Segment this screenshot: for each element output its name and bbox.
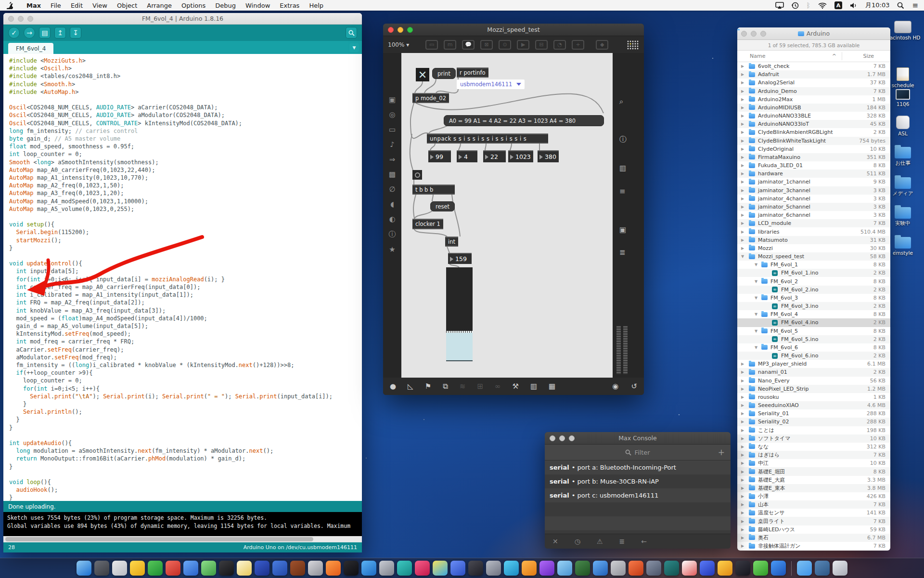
slider-box-icon[interactable]: ⊟: [535, 40, 548, 50]
disclosure-triangle-icon[interactable]: ▶: [740, 519, 745, 524]
new-object-icon[interactable]: ▭: [425, 40, 438, 50]
dock-icon-app[interactable]: [450, 561, 465, 576]
file-name[interactable]: jaminator_5channel: [758, 204, 810, 210]
dock-icon-app[interactable]: [682, 561, 697, 576]
counter-number-box[interactable]: 159: [448, 253, 472, 264]
tab-fm-6vol-4[interactable]: FM_6vol_4: [8, 43, 53, 54]
disclosure-triangle-icon[interactable]: ▶: [740, 213, 745, 217]
file-name[interactable]: hardware: [758, 171, 783, 177]
menu-item-debug[interactable]: Debug: [210, 2, 241, 9]
disclosure-triangle-icon[interactable]: ▶: [740, 370, 745, 374]
dock-icon-app[interactable]: [166, 561, 180, 576]
file-row[interactable]: ∞FM_6vol_2.ino2 KB: [737, 286, 890, 294]
file-name[interactable]: はぎはら: [758, 451, 780, 459]
disclosure-triangle-icon[interactable]: ▶: [740, 72, 745, 77]
file-name[interactable]: Matsumoto: [758, 237, 788, 243]
disclosure-triangle-icon[interactable]: ▶: [740, 139, 745, 143]
file-name[interactable]: ことは: [758, 427, 774, 434]
file-row[interactable]: ▶Mozzi30 KB: [737, 244, 890, 252]
dock-icon-app[interactable]: [646, 561, 661, 576]
disclosure-triangle-icon[interactable]: ▶: [740, 180, 745, 184]
disclosure-triangle-icon[interactable]: ▶: [740, 494, 745, 499]
disclosure-triangle-icon[interactable]: ▶: [740, 197, 745, 201]
console-log-rows[interactable]: serial • port a: Bluetooth-Incoming-Port…: [545, 460, 731, 534]
serial-monitor-button[interactable]: [346, 27, 357, 39]
new-message-icon[interactable]: m: [444, 40, 456, 50]
file-row[interactable]: ▶藤崎LEDハウス59 KB: [737, 525, 890, 534]
file-row[interactable]: ▶Fukuda_3LED_018 KB: [737, 161, 890, 170]
filter-field[interactable]: Filter: [625, 449, 650, 456]
column-divider[interactable]: [842, 52, 842, 60]
disclosure-triangle-icon[interactable]: ▶: [740, 205, 745, 209]
file-row[interactable]: ▶ArduinoNANO33BLE328 KB: [737, 112, 890, 120]
warnings-icon[interactable]: ⚠: [597, 538, 603, 545]
dock-icon-app[interactable]: [148, 561, 163, 576]
paint-icon[interactable]: ◆: [596, 40, 608, 50]
clock-icon[interactable]: ◷: [575, 538, 580, 545]
receive-portinfo-object[interactable]: r portinfo: [457, 67, 488, 78]
file-row[interactable]: ▶Arduino_Demo7 KB: [737, 87, 890, 95]
slider-object[interactable]: [446, 267, 473, 331]
console-log-row[interactable]: serial • port c: usbmodem146111: [545, 488, 731, 502]
disclosure-triangle-icon[interactable]: ▶: [740, 89, 745, 93]
disclosure-triangle-open-icon[interactable]: ▼: [740, 254, 745, 259]
file-row[interactable]: ∞FM_6vol_4.ino2 KB: [737, 318, 890, 327]
file-row[interactable]: ▶6volt_check7 KB: [737, 62, 890, 70]
number-box-a4[interactable]: 380: [538, 150, 559, 162]
file-name[interactable]: LCD_module: [758, 220, 791, 226]
file-name[interactable]: rousoku: [758, 394, 779, 400]
object-icon[interactable]: ▣: [389, 95, 396, 104]
disclosure-triangle-icon[interactable]: ▶: [740, 387, 745, 391]
number-box-a3[interactable]: 1023: [508, 150, 533, 162]
contrast-icon[interactable]: ◐: [389, 215, 395, 223]
file-name[interactable]: なな: [758, 443, 769, 450]
file-name[interactable]: Fukuda_3LED_01: [758, 162, 803, 169]
file-name[interactable]: Mozzi: [758, 245, 773, 251]
disclosure-triangle-icon[interactable]: ▶: [740, 163, 745, 168]
file-name[interactable]: 非接触体温計ガン: [758, 542, 801, 550]
disclosure-triangle-icon[interactable]: ▶: [740, 230, 745, 234]
disclosure-triangle-icon[interactable]: ▶: [740, 544, 745, 548]
note-icon[interactable]: [897, 67, 909, 81]
dock-icon-app[interactable]: [183, 561, 198, 576]
file-name[interactable]: ClydeOriginal: [758, 146, 794, 152]
disclosure-triangle-icon[interactable]: ▶: [740, 246, 745, 250]
trigger-object[interactable]: t b b b: [412, 184, 455, 195]
file-row[interactable]: ▼FM_6vol_48 KB: [737, 310, 890, 318]
audio-note-icon[interactable]: ♪: [390, 140, 395, 149]
fold-icon[interactable]: [895, 177, 911, 189]
disclosure-triangle-icon[interactable]: ▶: [740, 486, 745, 490]
file-name[interactable]: Nano_Every: [758, 378, 789, 384]
int-object[interactable]: int: [445, 236, 458, 247]
file-row[interactable]: ▶温度センサ141 KB: [737, 509, 890, 517]
file-row[interactable]: ▼FM_6vol_38 KB: [737, 294, 890, 302]
file-name[interactable]: Seriality_02: [758, 419, 789, 425]
disclosure-triangle-icon[interactable]: ▶: [740, 64, 745, 68]
presentation-icon[interactable]: ⚑: [425, 382, 431, 391]
file-row[interactable]: ▼FM_6vol_28 KB: [737, 277, 890, 285]
dial-icon[interactable]: ◔: [553, 40, 566, 50]
file-name[interactable]: nanami_01: [758, 369, 787, 375]
sensor-values-message[interactable]: A0 = 99 A1 = 4 A2 = 22 A3 = 1023 A4 = 38…: [444, 115, 604, 126]
disclosure-triangle-open-icon[interactable]: ▼: [754, 345, 758, 350]
serial-port-umenu[interactable]: usbmodem146111: [457, 79, 525, 89]
disclosure-triangle-icon[interactable]: ▶: [740, 428, 745, 433]
file-row[interactable]: ▶jaminator_4channel3 KB: [737, 195, 890, 203]
file-row[interactable]: ▶libraries510.4 MB: [737, 227, 890, 236]
file-name[interactable]: FM_6vol_3.ino: [781, 303, 818, 309]
fold-icon[interactable]: [895, 237, 911, 249]
slider-value-region[interactable]: [446, 333, 473, 360]
file-row[interactable]: ▶ClydeOriginal10 KB: [737, 145, 890, 153]
file-name[interactable]: jaminator_6channel: [758, 212, 810, 218]
file-row[interactable]: ▶Nano_Every56 KB: [737, 377, 890, 385]
dock-icon-app[interactable]: [112, 561, 127, 576]
list-icon[interactable]: ≡: [619, 187, 626, 196]
attach-icon[interactable]: ∅: [389, 185, 395, 194]
disclosure-triangle-icon[interactable]: ▶: [740, 403, 745, 407]
file-row[interactable]: ▶奥石6.7 MB: [737, 534, 890, 542]
menu-item-file[interactable]: File: [46, 2, 66, 9]
dock-icon-app[interactable]: [486, 561, 501, 576]
dock-icon-app[interactable]: [433, 561, 448, 576]
file-name[interactable]: Seriality_01: [758, 410, 789, 417]
power-icon[interactable]: ↺: [631, 382, 637, 391]
